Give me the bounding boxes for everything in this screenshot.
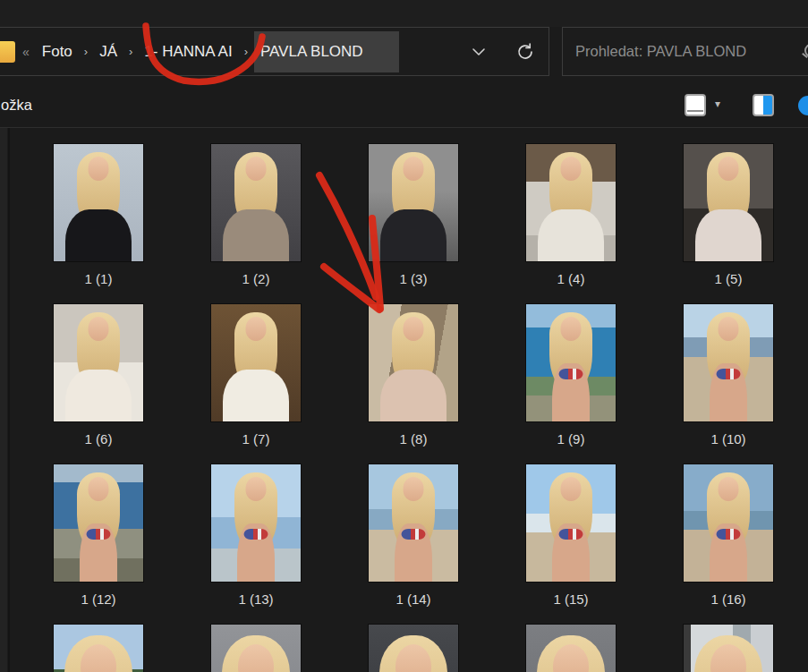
file-name-label: 1 (5) [684, 271, 773, 286]
face-shape [561, 157, 582, 180]
thumbnail-image [684, 304, 773, 421]
face-shape [719, 317, 739, 340]
file-item-1-16[interactable]: 1 (16) [684, 464, 773, 625]
face-shape [719, 157, 739, 180]
content-area: 1 (1) 1 (2) 1 (3) [0, 127, 808, 672]
file-name-label: 1 (3) [369, 271, 458, 286]
file-item-1-13[interactable]: 1 (13) [211, 464, 301, 625]
address-bar[interactable]: « Foto›JÁ›1- HANNA AI›PAVLA BLOND [0, 27, 549, 76]
thumbnail-image [684, 144, 773, 261]
face-shape [719, 477, 739, 500]
command-toolbar: ožka ▾ [0, 76, 808, 127]
thumbnail-image [526, 464, 616, 582]
file-item-1-9[interactable]: 1 (9) [526, 304, 616, 464]
refresh-icon[interactable] [515, 42, 535, 62]
file-item-1-3[interactable]: 1 (3) [369, 144, 458, 304]
window-top-strip [0, 0, 808, 27]
face-shape [404, 317, 424, 340]
bikini-shape [244, 529, 268, 540]
breadcrumb-item-pavla-blond[interactable]: PAVLA BLOND [254, 31, 399, 72]
thumbnail-image [526, 625, 616, 672]
file-item-row4-16[interactable] [54, 625, 143, 672]
face-shape [246, 157, 267, 180]
breadcrumb-item-foto[interactable]: Foto [37, 31, 78, 72]
torso-shape [380, 370, 447, 421]
preview-pane-button[interactable] [753, 94, 774, 116]
face-shape [561, 317, 582, 340]
file-item-1-1[interactable]: 1 (1) [54, 144, 143, 304]
search-box[interactable] [562, 27, 808, 76]
file-name-label: 1 (15) [526, 591, 616, 607]
thumbnail-image [211, 464, 301, 582]
view-mode-button[interactable] [685, 94, 706, 116]
face-shape [404, 477, 424, 500]
bikini-shape [559, 529, 583, 540]
file-item-1-12[interactable]: 1 (12) [54, 464, 143, 625]
thumbnail-image [684, 464, 773, 582]
face-shape [89, 477, 109, 500]
search-icon[interactable] [801, 43, 808, 61]
view-mode-caret-icon[interactable]: ▾ [715, 98, 720, 110]
file-item-1-7[interactable]: 1 (7) [211, 304, 301, 464]
file-explorer-window: { "address_bar": { "back_glyph": "«", "s… [0, 0, 808, 672]
file-item-1-15[interactable]: 1 (15) [526, 464, 616, 625]
file-item-1-6[interactable]: 1 (6) [54, 304, 143, 464]
breadcrumb-item-1-hanna-ai[interactable]: 1- HANNA AI [139, 31, 237, 72]
file-name-label: 1 (6) [54, 431, 143, 447]
file-name-label: 1 (7) [211, 431, 301, 447]
file-item-row4-18[interactable] [369, 625, 458, 672]
breadcrumb-separator-icon: › [84, 45, 88, 58]
thumbnail-image [54, 464, 143, 582]
file-item-row4-20[interactable] [684, 625, 773, 672]
file-item-row4-19[interactable] [526, 625, 616, 672]
face-shape [246, 317, 267, 340]
breadcrumb-separator-icon: › [244, 45, 248, 58]
thumbnail-image [369, 144, 458, 261]
pane-divider[interactable] [8, 128, 10, 672]
bikini-shape [717, 369, 741, 379]
thumbnail-image [54, 304, 143, 421]
thumbnail-image [526, 144, 616, 261]
file-name-label: 1 (2) [211, 271, 301, 286]
file-name-label: 1 (8) [369, 431, 458, 447]
file-item-1-8[interactable]: 1 (8) [369, 304, 458, 464]
file-item-row4-17[interactable] [211, 625, 301, 672]
file-item-1-2[interactable]: 1 (2) [211, 144, 301, 304]
face-shape [89, 157, 109, 180]
new-folder-label-partial[interactable]: ožka [1, 97, 32, 114]
thumbnail-image [54, 144, 143, 261]
collapsed-crumbs-icon[interactable]: « [22, 45, 30, 59]
breadcrumb-separator-icon: › [129, 45, 132, 58]
nav-pane-edge [0, 128, 7, 672]
file-item-1-4[interactable]: 1 (4) [526, 144, 616, 304]
bikini-shape [717, 529, 741, 540]
thumbnail-image [369, 625, 458, 672]
file-name-label: 1 (4) [526, 271, 616, 286]
thumbnail-image [684, 625, 773, 672]
file-item-1-10[interactable]: 1 (10) [684, 304, 773, 464]
file-item-1-14[interactable]: 1 (14) [369, 464, 458, 625]
breadcrumb-item-já[interactable]: JÁ [94, 31, 123, 72]
thumbnail-image [369, 464, 458, 582]
file-name-label: 1 (12) [54, 591, 143, 607]
thumbnail-image [54, 625, 143, 672]
face-shape [404, 157, 424, 180]
file-name-label: 1 (10) [684, 431, 773, 447]
file-name-label: 1 (1) [54, 271, 143, 286]
file-grid: 1 (1) 1 (2) 1 (3) [54, 144, 773, 672]
address-dropdown-icon[interactable] [469, 42, 489, 62]
torso-shape [65, 209, 132, 261]
breadcrumb: Foto›JÁ›1- HANNA AI›PAVLA BLOND [37, 31, 399, 72]
search-input[interactable] [563, 43, 808, 60]
bikini-shape [402, 529, 426, 540]
torso-shape [380, 209, 447, 261]
help-icon[interactable] [798, 96, 808, 115]
thumbnail-image [369, 304, 458, 421]
torso-shape [223, 370, 289, 421]
file-item-1-5[interactable]: 1 (5) [684, 144, 773, 304]
bikini-shape [559, 369, 583, 379]
face-shape [561, 477, 582, 500]
thumbnail-image [526, 304, 616, 421]
file-name-label: 1 (14) [369, 591, 458, 607]
torso-shape [223, 209, 289, 261]
